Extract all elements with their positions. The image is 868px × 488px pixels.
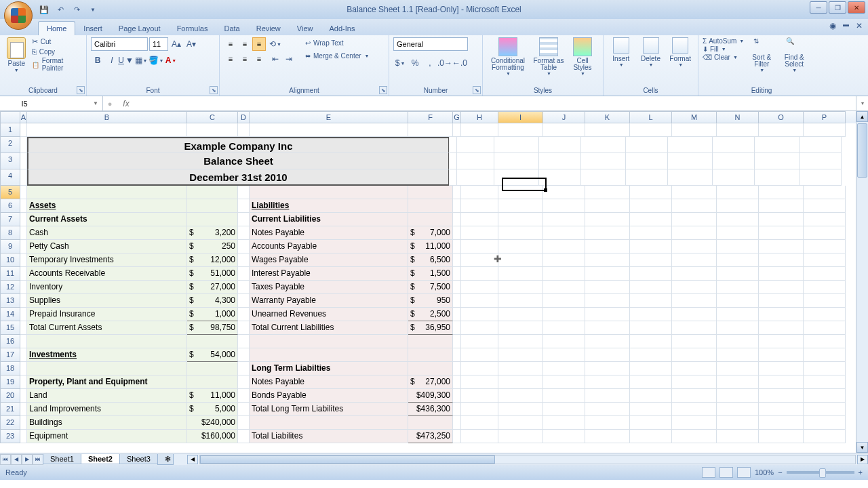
cell[interactable]: [20, 430, 27, 443]
cell[interactable]: [238, 348, 250, 362]
cell[interactable]: Accounts Receivable: [27, 267, 187, 281]
cell[interactable]: [713, 153, 755, 169]
cell[interactable]: [494, 169, 539, 186]
cell[interactable]: [630, 199, 672, 213]
cell[interactable]: [672, 362, 717, 375]
cell[interactable]: [461, 267, 498, 281]
cell[interactable]: [626, 153, 668, 169]
cell[interactable]: [461, 123, 498, 137]
sheet-last[interactable]: ⏭: [33, 454, 43, 465]
cell[interactable]: [585, 123, 630, 137]
cell[interactable]: [498, 281, 543, 294]
col-header[interactable]: N: [717, 111, 759, 123]
cell[interactable]: [543, 389, 585, 403]
cell[interactable]: [543, 226, 585, 240]
page-layout-view-button[interactable]: [719, 467, 733, 478]
maximize-button[interactable]: ❐: [829, 1, 846, 14]
cell[interactable]: [457, 137, 494, 153]
sort-filter-button[interactable]: ⇅Sort & Filter▼: [747, 37, 776, 73]
name-box[interactable]: ▼: [0, 96, 103, 110]
horizontal-scrollbar[interactable]: ◀ ▶: [187, 455, 868, 464]
cell[interactable]: [672, 186, 717, 199]
cell[interactable]: [581, 153, 626, 169]
cell[interactable]: Unearned Revenues: [250, 308, 408, 321]
cell[interactable]: [759, 226, 804, 240]
cell[interactable]: [461, 362, 498, 375]
cell[interactable]: [453, 389, 461, 403]
font-size-select[interactable]: [149, 37, 168, 51]
cell[interactable]: [27, 186, 187, 199]
cell[interactable]: Current Assets: [27, 213, 187, 226]
format-painter-button[interactable]: Format Painter: [32, 57, 82, 72]
cell[interactable]: Buildings: [27, 416, 187, 430]
cell[interactable]: [717, 308, 759, 321]
cell[interactable]: [461, 389, 498, 403]
cell[interactable]: [672, 335, 717, 348]
cell[interactable]: [672, 348, 717, 362]
name-box-input[interactable]: [4, 100, 45, 108]
cell[interactable]: $2,500: [408, 308, 453, 321]
cell[interactable]: [717, 430, 759, 443]
cell[interactable]: [804, 123, 846, 137]
cell[interactable]: [585, 430, 630, 443]
row-header[interactable]: 17: [0, 348, 20, 362]
cell[interactable]: Total Current Assets: [27, 321, 187, 335]
cell[interactable]: [498, 348, 543, 362]
cell[interactable]: [461, 199, 498, 213]
cell[interactable]: [238, 335, 250, 348]
cell[interactable]: [672, 240, 717, 253]
cell[interactable]: [672, 267, 717, 281]
cell[interactable]: Total Current Liabilities: [250, 321, 408, 335]
cell[interactable]: [630, 403, 672, 416]
scroll-down-button[interactable]: ▼: [856, 442, 868, 453]
cell[interactable]: [672, 226, 717, 240]
cell[interactable]: [453, 321, 461, 335]
row-header[interactable]: 23: [0, 430, 20, 443]
cell[interactable]: Land Improvements: [27, 403, 187, 416]
cell[interactable]: $36,950: [408, 321, 453, 335]
row-header[interactable]: 1: [0, 123, 20, 137]
cell[interactable]: [461, 430, 498, 443]
cell[interactable]: [543, 321, 585, 335]
delete-cells-button[interactable]: Delete▼: [637, 37, 665, 67]
cell[interactable]: [543, 213, 585, 226]
cell[interactable]: Property, Plant and Equipment: [27, 375, 187, 389]
cell[interactable]: [238, 281, 250, 294]
col-header[interactable]: F: [408, 111, 453, 123]
cell[interactable]: [759, 430, 804, 443]
cell[interactable]: [672, 199, 717, 213]
cell[interactable]: [20, 153, 27, 169]
cell[interactable]: [250, 186, 408, 199]
cell[interactable]: [804, 403, 846, 416]
fx-icon[interactable]: fx: [117, 99, 136, 108]
cell[interactable]: [585, 335, 630, 348]
hscroll-thumb[interactable]: [200, 455, 495, 464]
cell[interactable]: [238, 199, 250, 213]
cell[interactable]: $240,000: [187, 416, 238, 430]
cell[interactable]: [672, 123, 717, 137]
cell[interactable]: [804, 335, 846, 348]
cell[interactable]: [461, 335, 498, 348]
col-header[interactable]: K: [585, 111, 630, 123]
cell[interactable]: $950: [408, 294, 453, 308]
cell[interactable]: [539, 153, 581, 169]
bold-button[interactable]: B: [91, 54, 104, 67]
cell[interactable]: [408, 416, 453, 430]
cell[interactable]: [498, 226, 543, 240]
redo-icon[interactable]: ↷: [71, 3, 83, 16]
cell[interactable]: $1,500: [408, 267, 453, 281]
cell[interactable]: $27,000: [187, 281, 238, 294]
cell[interactable]: $12,000: [187, 253, 238, 267]
cell[interactable]: Notes Payable: [250, 226, 408, 240]
cell[interactable]: [804, 362, 846, 375]
cell[interactable]: [453, 240, 461, 253]
cell[interactable]: [668, 169, 713, 186]
cell[interactable]: [543, 430, 585, 443]
cell[interactable]: [250, 123, 408, 137]
cell[interactable]: [672, 213, 717, 226]
cell[interactable]: $11,000: [187, 389, 238, 403]
cell[interactable]: [539, 169, 581, 186]
cell[interactable]: [759, 403, 804, 416]
cell[interactable]: [585, 294, 630, 308]
cell[interactable]: [453, 253, 461, 267]
